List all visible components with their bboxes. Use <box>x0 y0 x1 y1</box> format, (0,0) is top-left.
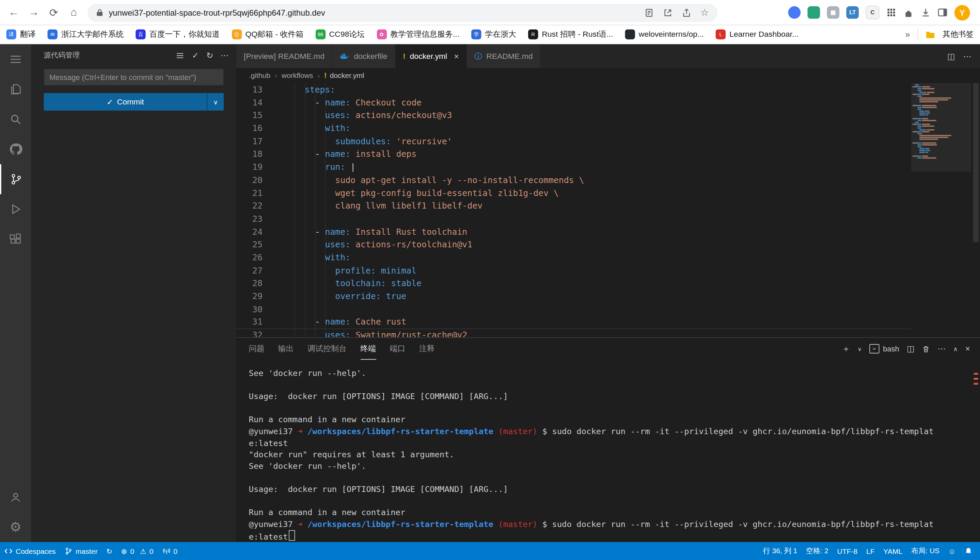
sync-icon[interactable]: ↻ <box>102 542 117 560</box>
source-control-icon[interactable] <box>0 164 31 194</box>
bookmark-item[interactable]: RRust 招聘 - Rust语... <box>528 29 613 40</box>
bookmark-item[interactable]: LLearner Dashboar... <box>716 29 798 39</box>
notifications-bell-icon[interactable] <box>960 542 980 560</box>
code-line[interactable]: 15 uses: actions/checkout@v3 <box>236 109 980 122</box>
status-item[interactable]: 布局: US <box>907 542 944 560</box>
terminal-dropdown-chevron[interactable]: ∨ <box>858 346 862 352</box>
status-item[interactable]: 空格: 2 <box>801 542 833 560</box>
back-icon[interactable]: ← <box>4 2 24 22</box>
terminal[interactable]: See 'docker run --help'.Usage: docker ru… <box>249 360 972 542</box>
new-terminal-icon[interactable]: ＋ <box>842 343 850 355</box>
code-editor[interactable]: 13 steps:14 - name: Checkout code15 uses… <box>236 83 980 337</box>
run-debug-icon[interactable] <box>0 194 31 224</box>
tab-docker-yml[interactable]: !docker.yml× <box>395 44 467 68</box>
panel-tab-端口[interactable]: 端口 <box>390 338 405 360</box>
ports-indicator[interactable]: 0 <box>158 542 182 560</box>
panel-tab-输出[interactable]: 输出 <box>278 338 294 360</box>
bookmark-item[interactable]: QQQ邮箱 - 收件箱 <box>232 29 303 40</box>
code-line[interactable]: 30 <box>236 303 980 316</box>
status-item[interactable]: 行 36, 列 1 <box>759 542 802 560</box>
home-icon[interactable]: ⌂ <box>64 2 84 22</box>
explorer-icon[interactable] <box>0 74 31 104</box>
bookmark-item[interactable]: 百百度一下，你就知道 <box>135 29 220 40</box>
code-line[interactable]: 28 toolchain: stable <box>236 277 980 290</box>
downloads-icon[interactable] <box>921 7 931 17</box>
editor-more-icon[interactable]: ⋯ <box>963 52 972 61</box>
panel-tab-注释[interactable]: 注释 <box>419 338 435 360</box>
tab-close-icon[interactable]: × <box>454 52 459 61</box>
branch-indicator[interactable]: master <box>60 542 102 560</box>
more-actions-icon[interactable]: ⋯ <box>221 51 229 60</box>
refresh-icon[interactable]: ⟳ <box>43 2 64 22</box>
code-line[interactable]: 18 - name: install deps <box>236 148 980 161</box>
other-bookmarks-label[interactable]: 其他书签 <box>943 29 974 40</box>
commit-message-input[interactable] <box>43 69 224 86</box>
split-editor-icon[interactable]: ◫ <box>947 52 955 61</box>
bookmark-item[interactable]: ✉浙江大学邮件系统 <box>47 29 124 40</box>
profile-avatar[interactable]: Y <box>955 5 970 20</box>
bookmark-item[interactable]: 译翻译 <box>6 29 35 40</box>
code-line[interactable]: 16 with: <box>236 122 980 135</box>
bookmarks-overflow-chevron[interactable]: » <box>905 29 910 39</box>
code-line[interactable]: 23 <box>236 212 980 225</box>
view-as-list-icon[interactable] <box>176 51 184 60</box>
settings-gear-icon[interactable]: ⚙ <box>0 512 31 542</box>
status-item[interactable]: UTF-8 <box>833 542 862 560</box>
shell-selector[interactable]: > bash <box>869 344 899 353</box>
code-line[interactable]: 31 - name: Cache rust <box>236 316 980 328</box>
code-line[interactable]: 20 sudo apt-get install -y --no-install-… <box>236 173 980 187</box>
code-line[interactable]: 29 override: true <box>236 290 980 303</box>
sidebar-toggle-icon[interactable] <box>937 7 947 17</box>
extension-icon-3[interactable]: ▦ <box>827 6 840 19</box>
code-line[interactable]: 13 steps: <box>236 83 980 96</box>
code-line[interactable]: 17 submodules: 'recursive' <box>236 135 980 148</box>
code-line[interactable]: 25 uses: actions-rs/toolchain@v1 <box>236 238 980 251</box>
commit-check-icon[interactable]: ✓ <box>192 51 199 60</box>
status-item[interactable]: YAML <box>879 542 907 560</box>
extensions-icon[interactable] <box>0 224 31 254</box>
tab-dockerfile[interactable]: dockerfile <box>333 44 395 68</box>
tab--preview-readme-md[interactable]: [Preview] README.md <box>236 44 333 68</box>
minimap[interactable] <box>913 84 970 159</box>
bookmark-star-icon[interactable]: ☆ <box>701 7 709 18</box>
extension-icon-languagetool[interactable]: LT <box>846 6 859 19</box>
bookmark-item[interactable]: 学学在浙大 <box>471 29 516 40</box>
extension-icon-4[interactable]: C <box>866 6 879 19</box>
code-line[interactable]: 19 run: | <box>236 161 980 173</box>
bookmark-item[interactable]: ✿教学管理信息服务... <box>376 29 459 40</box>
commit-button[interactable]: ✓Commit ∨ <box>43 93 224 110</box>
split-terminal-icon[interactable]: ◫ <box>907 344 915 353</box>
search-icon[interactable] <box>0 105 31 134</box>
feedback-icon[interactable]: ☺ <box>944 542 960 560</box>
reading-list-icon[interactable] <box>644 8 654 17</box>
menu-hamburger-icon[interactable] <box>0 44 31 74</box>
forward-icon[interactable]: → <box>24 2 44 22</box>
code-line[interactable]: 14 - name: Checkout code <box>236 96 980 109</box>
codespaces-indicator[interactable]: Codespaces <box>0 542 60 560</box>
panel-tab-终端[interactable]: 终端 <box>360 338 376 360</box>
breadcrumb-file[interactable]: !docker.yml <box>324 71 364 80</box>
editor-scrollbar[interactable] <box>972 83 980 337</box>
commit-dropdown-chevron[interactable]: ∨ <box>207 93 224 110</box>
github-icon[interactable] <box>0 134 31 164</box>
status-item[interactable]: LF <box>862 542 879 560</box>
extensions-puzzle-icon[interactable] <box>903 7 913 18</box>
kill-terminal-icon[interactable] <box>922 344 930 353</box>
panel-tab-问题[interactable]: 问题 <box>249 338 264 360</box>
address-bar[interactable]: yunwei37-potential-space-trout-rpr5qwj66… <box>87 3 717 22</box>
problems-indicator[interactable]: ⊗0 ⚠0 <box>117 542 158 560</box>
bookmark-item[interactable]: weloveinterns/op... <box>625 29 704 39</box>
breadcrumb-item[interactable]: .github <box>249 72 270 79</box>
code-line[interactable]: 26 with: <box>236 251 980 264</box>
refresh-icon-scm[interactable]: ↻ <box>206 51 213 60</box>
code-line[interactable]: 21 wget pkg-config build-essential zlib1… <box>236 187 980 199</box>
account-icon[interactable] <box>0 482 31 512</box>
code-line[interactable]: 22 clang llvm libelf1 libelf-dev <box>236 199 980 212</box>
panel-more-icon[interactable]: ⋯ <box>937 344 946 353</box>
tab-readme-md[interactable]: ⓘREADME.md <box>467 44 541 68</box>
extension-icon-1[interactable] <box>788 6 801 19</box>
extension-icon-2[interactable] <box>807 6 820 19</box>
close-panel-icon[interactable]: × <box>965 344 970 353</box>
breadcrumb[interactable]: .github›workflows›!docker.yml <box>236 68 980 83</box>
code-line[interactable]: 24 - name: Install Rust toolchain <box>236 225 980 238</box>
